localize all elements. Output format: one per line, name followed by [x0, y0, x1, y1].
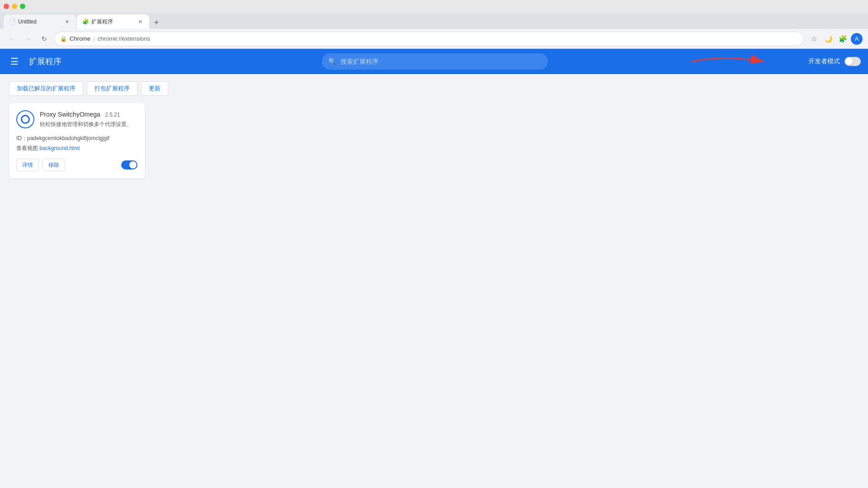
extension-name: Proxy SwitchyOmega: [40, 111, 100, 118]
extension-view-label: 查看视图: [16, 145, 38, 151]
browser-actions: ☆ 🌙 🧩 A: [807, 33, 863, 45]
reload-button[interactable]: ↻: [38, 33, 51, 45]
extension-id-label: ID：: [16, 135, 27, 141]
details-button[interactable]: 详情: [16, 159, 39, 171]
search-icon: 🔍: [328, 57, 337, 66]
theme-button[interactable]: 🌙: [822, 33, 835, 45]
extension-footer: 详情 移除: [16, 159, 137, 171]
pack-extension-button[interactable]: 打包扩展程序: [87, 81, 137, 96]
update-button[interactable]: 更新: [141, 81, 168, 96]
extensions-button[interactable]: 🧩: [836, 33, 849, 45]
bookmark-button[interactable]: ☆: [807, 33, 820, 45]
dev-mode-area: 开发者模式: [808, 57, 861, 66]
tab-label-extensions: 扩展程序: [91, 18, 113, 26]
tab-bar: 📄 Untitled ✕ 🧩 扩展程序 ✕ +: [0, 13, 868, 29]
dev-mode-toggle[interactable]: [844, 57, 861, 66]
extension-version: 2.5.21: [105, 112, 120, 118]
extensions-page: ☰ 扩展程序 🔍 开发者模式: [0, 49, 868, 488]
extensions-content: Proxy SwitchyOmega 2.5.21 轻松快捷地管理和切换多个代理…: [0, 103, 868, 488]
extension-toggle[interactable]: [121, 160, 137, 169]
address-path: chrome://extensions: [98, 35, 150, 42]
dev-mode-toggle-knob: [845, 58, 853, 65]
extension-views: 查看视图 background.html: [16, 144, 137, 154]
avatar[interactable]: A: [851, 33, 863, 45]
address-separator: |: [93, 35, 94, 42]
tab-close-untitled[interactable]: ✕: [63, 18, 71, 25]
extensions-toolbar: 加载已解压的扩展程序 打包扩展程序 更新: [0, 74, 868, 103]
tab-untitled[interactable]: 📄 Untitled ✕: [4, 14, 76, 29]
address-bar-row: ← → ↻ 🔒 Chrome | chrome://extensions ☆ 🌙…: [0, 29, 868, 49]
extension-icon: [16, 110, 34, 128]
extension-meta: ID：padekgcemlokbadohgkifijomclgjgif 查看视图…: [16, 134, 137, 153]
search-bar[interactable]: 🔍: [322, 53, 548, 70]
tab-extensions[interactable]: 🧩 扩展程序 ✕: [77, 14, 149, 29]
tab-close-extensions[interactable]: ✕: [137, 18, 144, 25]
tab-label-untitled: Untitled: [18, 19, 37, 25]
background-html-link[interactable]: background.html: [39, 145, 80, 151]
extension-icon-inner: [21, 115, 30, 124]
search-input[interactable]: [340, 58, 542, 65]
extensions-page-title: 扩展程序: [29, 56, 61, 67]
extension-info: Proxy SwitchyOmega 2.5.21 轻松快捷地管理和切换多个代理…: [40, 110, 137, 128]
minimize-button[interactable]: [12, 4, 17, 9]
menu-button[interactable]: ☰: [7, 54, 22, 69]
tab-favicon-untitled: 📄: [9, 19, 15, 25]
remove-button[interactable]: 移除: [42, 159, 65, 171]
close-button[interactable]: [4, 4, 9, 9]
extension-description: 轻松快捷地管理和切换多个代理设置。: [40, 120, 137, 128]
lock-icon: 🔒: [60, 36, 67, 42]
extension-id-value: padekgcemlokbadohgkifijomclgjgif: [27, 135, 109, 141]
load-unpacked-button[interactable]: 加载已解压的扩展程序: [9, 81, 83, 96]
back-button[interactable]: ←: [5, 33, 18, 45]
extensions-header: ☰ 扩展程序 🔍 开发者模式: [0, 49, 868, 74]
title-bar: [0, 0, 868, 13]
extension-id: ID：padekgcemlokbadohgkifijomclgjgif: [16, 134, 137, 144]
tab-favicon-extensions: 🧩: [82, 19, 89, 25]
forward-button[interactable]: →: [22, 33, 34, 45]
new-tab-button[interactable]: +: [150, 16, 163, 29]
address-origin: Chrome: [70, 35, 90, 42]
extension-toggle-knob: [129, 161, 137, 169]
dev-mode-label: 开发者模式: [808, 57, 840, 66]
extension-card-proxy-switchyomega: Proxy SwitchyOmega 2.5.21 轻松快捷地管理和切换多个代理…: [9, 103, 145, 178]
address-bar[interactable]: 🔒 Chrome | chrome://extensions: [54, 32, 804, 46]
extension-header: Proxy SwitchyOmega 2.5.21 轻松快捷地管理和切换多个代理…: [16, 110, 137, 128]
maximize-button[interactable]: [20, 4, 25, 9]
